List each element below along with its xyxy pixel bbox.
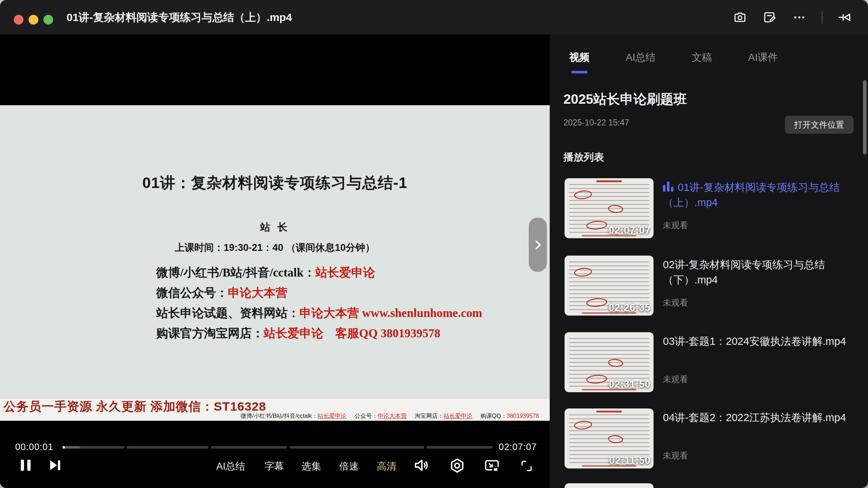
- slide-contact-list: 微博/小红书/B站/抖音/cctalk：站长爱申论 微信公众号：申论大本营 站长…: [156, 262, 482, 343]
- fullscreen-icon[interactable]: [519, 459, 534, 473]
- sidebar: 视频 AI总结 文稿 AI课件 2025站长申论刷题班 2025-10-22 1…: [550, 34, 868, 488]
- tab-label: AI总结: [626, 52, 655, 63]
- traffic-lights: [14, 15, 53, 25]
- contact-line: 微信公众号：申论大本营: [156, 283, 482, 303]
- video-frame: 01讲：复杂材料阅读专项练习与总结-1 站 长 上课时间：19:30-21：40…: [0, 105, 550, 398]
- video-thumbnail: 02:26:35: [565, 256, 654, 316]
- episodes-button[interactable]: 选集: [302, 460, 321, 473]
- now-playing-icon: [663, 181, 673, 192]
- progress-bar[interactable]: [63, 446, 493, 449]
- chevron-right-icon: [531, 237, 545, 252]
- titlebar: 01讲-复杂材料阅读专项练习与总结（上）.mp4: [0, 0, 868, 34]
- duration-badge: 02:11:50: [609, 455, 651, 466]
- tab-video[interactable]: 视频: [569, 51, 590, 64]
- playlist-heading: 播放列表: [563, 150, 604, 164]
- slide-presenter: 站 长: [0, 221, 550, 234]
- contact-line: 站长申论试题、资料网站：申论大本营 www.shenlunhome.com: [156, 303, 482, 323]
- collapse-sidebar-button[interactable]: [529, 218, 547, 272]
- video-thumbnail: 02:11:50: [565, 408, 654, 468]
- sidebar-scrollbar[interactable]: [863, 80, 867, 154]
- promo-banner-text: 公务员一手资源 永久更新 添加微信：ST16328: [4, 398, 266, 415]
- subtitles-button[interactable]: 字幕: [264, 460, 284, 473]
- playback-speed-button[interactable]: 倍速: [339, 460, 359, 473]
- tab-label: 视频: [569, 52, 590, 63]
- quality-button[interactable]: 高清: [377, 460, 396, 473]
- next-episode-button[interactable]: [46, 457, 63, 474]
- playlist-item-title[interactable]: 01讲-复杂材料阅读专项练习与总结（上）.mp4: [663, 180, 854, 210]
- pause-button[interactable]: [17, 457, 34, 474]
- titlebar-divider: [822, 11, 822, 23]
- close-button[interactable]: [14, 15, 24, 25]
- screen: 01讲-复杂材料阅读专项练习与总结（上）.mp4: [0, 0, 868, 488]
- playhead[interactable]: [63, 446, 65, 449]
- course-title: 2025站长申论刷题班: [563, 90, 687, 108]
- playlist-item[interactable]: 02:11:50 04讲-套题2：2022江苏执法卷讲解.mp4 未观看: [565, 408, 854, 468]
- tab-label: 文稿: [692, 52, 712, 63]
- contact-line: 购课官方淘宝网店：站长爱申论 客服QQ 3801939578: [156, 323, 482, 343]
- playlist-item[interactable]: 02:26:35 02讲-复杂材料阅读专项练习与总结（下）.mp4 未观看: [565, 256, 854, 316]
- slide-title: 01讲：复杂材料阅读专项练习与总结-1: [0, 173, 550, 193]
- ai-summary-button[interactable]: AI总结: [216, 460, 245, 473]
- sidebar-tabs: 视频 AI总结 文稿 AI课件: [569, 51, 778, 64]
- duration-badge: 02:26:35: [609, 302, 651, 313]
- current-time: 00:00:01: [15, 442, 53, 452]
- picture-in-picture-icon[interactable]: [484, 458, 500, 474]
- watch-status: 未观看: [663, 374, 854, 385]
- playlist-item[interactable]: 02:07:07 01讲-复杂材料阅读专项练习与总结（上）.mp4 未观看: [565, 178, 854, 238]
- window-title: 01讲-复杂材料阅读专项练习与总结（上）.mp4: [67, 0, 292, 34]
- video-thumbnail: 02:07:07: [565, 178, 654, 238]
- tab-label: AI课件: [748, 52, 778, 63]
- progress-segment: [127, 446, 208, 449]
- settings-gear-icon[interactable]: [449, 457, 465, 474]
- playlist-item-title[interactable]: 03讲-套题1：2024安徽执法卷讲解.mp4: [663, 334, 854, 349]
- tab-transcript[interactable]: 文稿: [692, 51, 712, 64]
- footer-contact: 微博/小红书/B站/抖音/cctalk：站长爱申论: [241, 413, 346, 419]
- progress-segment: [63, 446, 124, 449]
- volume-icon[interactable]: [412, 457, 430, 474]
- playlist-item[interactable]: 02:31:50 03讲-套题1：2024安徽执法卷讲解.mp4 未观看: [565, 332, 854, 392]
- screenshot-camera-icon[interactable]: [733, 10, 747, 25]
- active-tab-indicator: [571, 71, 587, 73]
- open-file-location-button[interactable]: 打开文件位置: [785, 116, 854, 134]
- playlist-item-title[interactable]: 04讲-套题2：2022江苏执法卷讲解.mp4: [663, 410, 854, 425]
- contact-line: 微博/小红书/B站/抖音/cctalk：站长爱申论: [156, 262, 482, 283]
- tab-ai-courseware[interactable]: AI课件: [748, 51, 778, 64]
- more-ellipsis-icon[interactable]: [792, 10, 807, 25]
- watch-status: 未观看: [663, 220, 854, 231]
- maximize-button[interactable]: [43, 15, 53, 25]
- duration-badge: 02:07:07: [609, 225, 651, 236]
- video-thumbnail: [565, 483, 654, 488]
- progress-segment: [211, 446, 287, 449]
- video-thumbnail: 02:31:50: [565, 332, 654, 392]
- buffered-range: [63, 446, 80, 449]
- playlist-item-title[interactable]: 02讲-复杂材料阅读专项练习与总结（下）.mp4: [663, 257, 854, 287]
- pin-window-icon[interactable]: [838, 10, 852, 25]
- course-date: 2025-10-22 15:47: [563, 118, 629, 128]
- total-time: 02:07:07: [499, 442, 537, 452]
- player-window: 01讲-复杂材料阅读专项练习与总结（上）.mp4: [0, 0, 868, 488]
- watch-status: 未观看: [663, 450, 854, 461]
- footer-contact: 公众号：申论大本营: [354, 413, 407, 419]
- slide-footer-strip: 公务员一手资源 永久更新 添加微信：ST16328 微博/小红书/B站/抖音/c…: [0, 398, 550, 421]
- progress-segment: [426, 446, 493, 449]
- notes-edit-icon[interactable]: [762, 10, 777, 25]
- footer-contact: 购课QQ：3801939578: [480, 413, 539, 419]
- video-area[interactable]: 01讲：复杂材料阅读专项练习与总结-1 站 长 上课时间：19:30-21：40…: [0, 34, 550, 488]
- slide-schedule: 上课时间：19:30-21：40 （课间休息10分钟）: [0, 241, 550, 254]
- watch-status: 未观看: [663, 297, 854, 308]
- minimize-button[interactable]: [29, 15, 38, 25]
- titlebar-actions: [733, 0, 852, 34]
- duration-badge: 02:31:50: [609, 379, 651, 390]
- footer-contact: 淘宝网店：站长爱申论: [414, 413, 472, 419]
- tab-ai-summary[interactable]: AI总结: [626, 51, 655, 64]
- promo-footer-line: 微博/小红书/B站/抖音/cctalk：站长爱申论公众号：申论大本营淘宝网店：站…: [241, 412, 547, 420]
- playlist-item[interactable]: [565, 483, 854, 488]
- progress-segment: [290, 446, 424, 449]
